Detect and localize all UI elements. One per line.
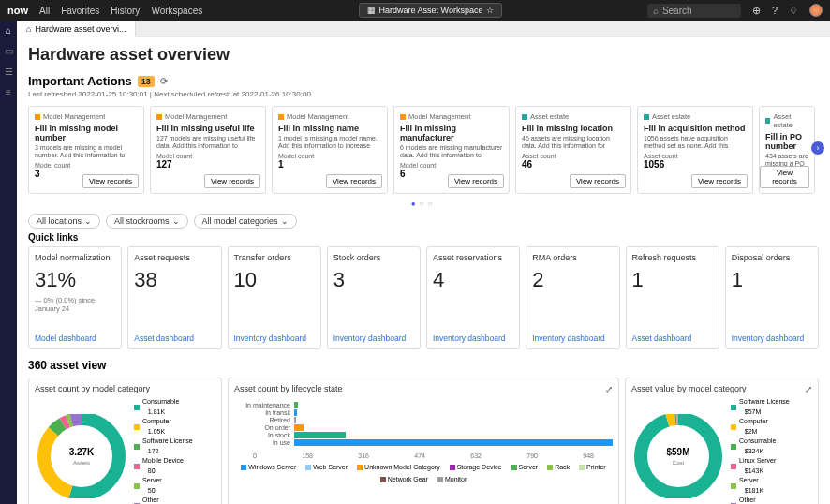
action-card: Model Management Fill in missing name 1 … [272, 106, 388, 194]
quick-link-card: Transfer orders 10 Inventory dashboard [228, 246, 321, 349]
expand-icon[interactable]: ⤢ [605, 384, 613, 394]
nav-favorites[interactable]: Favorites [61, 6, 99, 16]
card-category-icon [156, 114, 162, 120]
expand-icon[interactable]: ⤢ [805, 384, 812, 394]
rail-list-icon[interactable]: ▭ [3, 45, 14, 56]
card-eyebrow: Model Management [165, 112, 227, 121]
filter-pill[interactable]: All stockrooms⌄ [106, 214, 188, 229]
filter-row: All locations⌄All stockrooms⌄All model c… [28, 214, 819, 229]
ql-link[interactable]: Model dashboard [35, 334, 115, 343]
ql-link[interactable]: Inventory dashboard [433, 334, 513, 343]
chart-asset-count-category: Asset count by model category3.27KAssets… [28, 378, 222, 504]
card-eyebrow: Model Management [287, 112, 348, 121]
quick-link-card: Asset requests 38 Asset dashboard [127, 246, 221, 349]
ql-link[interactable]: Asset dashboard [134, 334, 215, 343]
card-count-label: Model count [278, 153, 381, 159]
avatar[interactable] [809, 4, 823, 17]
carousel-dots[interactable]: ●○○ [28, 200, 819, 208]
action-card: Asset estate Fill in acquisition method … [637, 106, 753, 194]
ql-link[interactable]: Asset dashboard [632, 334, 713, 343]
bell-icon[interactable]: ♢ [789, 5, 798, 17]
view-records-button[interactable]: View records [570, 174, 626, 188]
ql-link[interactable]: Inventory dashboard [333, 334, 414, 343]
view-records-button[interactable]: View records [326, 174, 382, 188]
view-records-button[interactable]: View records [204, 174, 260, 188]
card-count-label: Model count [156, 153, 259, 159]
card-title: Fill in missing manufacturer [400, 124, 503, 142]
card-desc: 1056 assets have acquisition method set … [644, 135, 747, 150]
logo: now [7, 5, 28, 16]
card-title: Fill in missing model number [35, 124, 138, 142]
ql-title: Refresh requests [632, 253, 713, 262]
cards-next-arrow[interactable]: › [811, 141, 824, 155]
ql-link[interactable]: Inventory dashboard [234, 334, 315, 343]
workspace-pill-label: Hardware Asset Workspace [379, 6, 483, 15]
chart-title: Asset value by model category [631, 384, 812, 393]
quick-link-card: Refresh requests 1 Asset dashboard [626, 246, 719, 349]
ql-value: 1 [732, 268, 812, 292]
workspace-pill[interactable]: ▦ Hardware Asset Workspace ☆ [359, 3, 503, 18]
ql-value: 1 [632, 268, 713, 292]
card-title: Fill in missing location [522, 124, 625, 133]
card-title: Fill in missing useful life [156, 124, 259, 133]
help-icon[interactable]: ? [772, 5, 778, 16]
bar-segment [294, 409, 297, 416]
card-title: Fill in PO number [765, 132, 808, 151]
rail-home-icon[interactable]: ⌂ [3, 24, 14, 36]
card-category-icon [278, 114, 284, 120]
ql-title: Asset requests [134, 253, 215, 262]
quick-link-card: Asset reservations 4 Inventory dashboard [426, 246, 520, 349]
bar-segment [294, 424, 304, 431]
svg-text:Assets: Assets [73, 460, 90, 466]
chart-legend: Consumable 1.81KComputer 1.05KSoftware L… [134, 397, 193, 504]
filter-pill[interactable]: All locations⌄ [28, 214, 100, 229]
asset-view-heading: 360 asset view [28, 359, 819, 372]
action-card: Model Management Fill in missing manufac… [393, 106, 510, 194]
view-records-button[interactable]: View records [760, 166, 809, 188]
filter-label: All locations [37, 216, 82, 226]
nav-workspaces[interactable]: Workspaces [151, 6, 202, 16]
ql-trend: — 0% (0.0%) since January 24 [35, 296, 115, 313]
search-input[interactable]: ⌕ Search [647, 4, 741, 18]
ql-link[interactable]: Inventory dashboard [732, 334, 812, 343]
card-count-label: Asset count [522, 153, 625, 159]
nav-all[interactable]: All [39, 6, 50, 16]
globe-icon[interactable]: ⊕ [752, 5, 761, 17]
card-eyebrow: Model Management [408, 112, 470, 121]
view-records-button[interactable]: View records [448, 174, 504, 188]
card-eyebrow: Model Management [43, 112, 105, 121]
ql-value: 10 [234, 268, 315, 292]
search-icon: ⌕ [653, 6, 659, 16]
filter-label: All stockrooms [114, 216, 170, 226]
ql-title: Asset reservations [433, 253, 513, 262]
filter-pill[interactable]: All model categories⌄ [194, 214, 297, 229]
important-actions-heading: Important Actions [28, 74, 132, 88]
card-count: 1056 [644, 159, 747, 170]
ql-title: RMA orders [532, 253, 613, 262]
bar-segment [294, 402, 298, 408]
tab-hardware-overview[interactable]: ⌂ Hardware asset overvi... [17, 21, 136, 37]
action-card: Model Management Fill in missing useful … [150, 106, 266, 194]
star-icon[interactable]: ☆ [486, 6, 494, 15]
ql-link[interactable]: Inventory dashboard [532, 334, 613, 343]
card-desc: 6 models are missing manufacturer data. … [400, 144, 503, 159]
nav-history[interactable]: History [111, 6, 140, 16]
grid-icon: ▦ [367, 6, 376, 15]
tab-label: Hardware asset overvi... [35, 24, 126, 34]
chart-legend: Windows ServerWeb ServerUnknown Model Ca… [234, 464, 613, 482]
chart-legend: Software License $57MComputer $2MConsuma… [731, 397, 790, 504]
card-category-icon [765, 118, 770, 124]
refresh-icon[interactable]: ⟳ [160, 76, 168, 86]
content: Hardware asset overview Important Action… [17, 37, 830, 504]
rail-filter-icon[interactable]: ≡ [3, 86, 14, 97]
card-category-icon [644, 114, 649, 120]
quick-links-row: Model normalization 31% — 0% (0.0%) sinc… [28, 246, 819, 349]
donut-chart: 3.27KAssets [35, 414, 128, 498]
chevron-down-icon: ⌄ [84, 216, 92, 226]
view-records-button[interactable]: View records [82, 174, 139, 188]
quick-link-card: RMA orders 2 Inventory dashboard [526, 246, 619, 349]
chart-asset-count-lifecycle: ⤢Asset count by lifecycle stateIn mainte… [228, 378, 619, 504]
view-records-button[interactable]: View records [691, 174, 748, 188]
ql-value: 2 [532, 268, 613, 292]
rail-clipboard-icon[interactable]: ☰ [3, 66, 14, 77]
